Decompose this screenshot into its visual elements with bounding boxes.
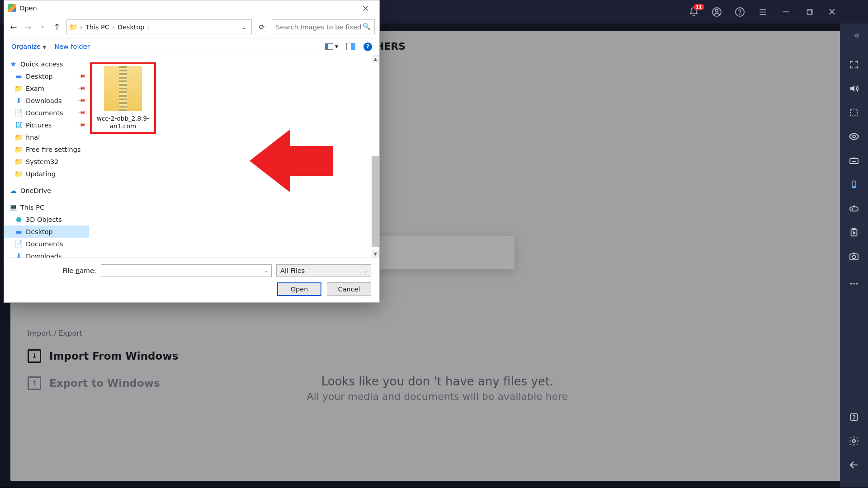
filename-field[interactable]: ⌄ bbox=[101, 264, 272, 277]
nav-downloads[interactable]: ⬇Downloads📌 bbox=[4, 94, 89, 107]
dialog-body: ★Quick access ▬Desktop📌 📁Exam📌 ⬇Download… bbox=[4, 55, 379, 258]
nav-up-icon[interactable]: ↑ bbox=[52, 22, 62, 32]
new-folder-button[interactable]: New folder bbox=[54, 43, 90, 50]
cloud-icon: ☁ bbox=[9, 187, 17, 194]
search-field[interactable]: Search Images to be fixed 🔍 bbox=[272, 19, 375, 34]
search-icon: 🔍 bbox=[363, 23, 371, 31]
close-icon[interactable]: ✕ bbox=[827, 7, 837, 17]
breadcrumb-leaf[interactable]: Desktop bbox=[118, 23, 145, 31]
svg-point-15 bbox=[853, 283, 855, 285]
svg-point-16 bbox=[856, 283, 858, 285]
nav-onedrive[interactable]: ☁OneDrive bbox=[4, 184, 89, 197]
device-icon[interactable] bbox=[849, 178, 860, 190]
camera-icon[interactable] bbox=[849, 250, 860, 262]
file-list[interactable]: ▲ ▼ wcc-2-obb_2.8.9-an1.com bbox=[89, 55, 379, 258]
pictures-icon: 🖼 bbox=[15, 121, 23, 129]
nav-downloads-pc[interactable]: ⬇Downloads bbox=[4, 250, 89, 258]
gear-icon[interactable] bbox=[849, 435, 860, 446]
svg-point-1 bbox=[715, 9, 718, 12]
dialog-help-icon[interactable]: ? bbox=[363, 42, 372, 51]
preview-pane-button[interactable] bbox=[346, 43, 355, 50]
import-from-windows[interactable]: ↓Import From Windows bbox=[28, 349, 178, 363]
chevron-right-icon: › bbox=[112, 23, 115, 31]
view-mode-button[interactable]: ▼ bbox=[325, 43, 338, 50]
dialog-close-icon[interactable]: ✕ bbox=[355, 4, 376, 13]
nav-quick-access[interactable]: ★Quick access bbox=[4, 58, 89, 70]
breadcrumb-root[interactable]: This PC bbox=[85, 23, 109, 31]
navigation-pane[interactable]: ★Quick access ▬Desktop📌 📁Exam📌 ⬇Download… bbox=[4, 55, 89, 258]
nav-desktop[interactable]: ▬Desktop📌 bbox=[4, 70, 89, 82]
empty-sub: All your media and documents will be ava… bbox=[307, 391, 568, 402]
nav-documents[interactable]: 📄Documents📌 bbox=[4, 107, 89, 119]
svg-point-13 bbox=[853, 255, 856, 258]
file-open-dialog: Open ✕ ← → ▾ ↑ 📁 › This PC › Desktop › ⌄… bbox=[4, 0, 380, 303]
nav-documents-pc[interactable]: 📄Documents bbox=[4, 238, 89, 250]
nav-system32[interactable]: 📁System32 bbox=[4, 155, 89, 168]
collapse-arrow-icon[interactable]: « bbox=[854, 29, 860, 41]
nav-3dobjects[interactable]: ⬣3D Objects bbox=[4, 213, 89, 225]
file-type-dropdown[interactable]: All Files⌄ bbox=[276, 264, 371, 277]
nav-desktop-pc[interactable]: ▬Desktop bbox=[4, 225, 89, 238]
fullscreen-icon[interactable] bbox=[849, 59, 860, 70]
gamepad-icon[interactable] bbox=[849, 202, 860, 214]
filename-label: File name: bbox=[62, 267, 96, 274]
nav-freefire[interactable]: 📁Free fire settings bbox=[4, 143, 89, 155]
restore-icon[interactable] bbox=[804, 7, 814, 17]
notification-badge: 11 bbox=[693, 4, 704, 10]
dialog-toolbar: Organize ▼ New folder ▼ ? bbox=[4, 38, 379, 55]
scroll-down-icon[interactable]: ▼ bbox=[372, 250, 379, 258]
nav-forward-icon[interactable]: → bbox=[23, 22, 33, 32]
dialog-footer: File name: ⌄ All Files⌄ Open Cancel bbox=[4, 258, 379, 302]
cube-icon: ⬣ bbox=[15, 216, 23, 223]
import-export-header: Import / Export bbox=[28, 329, 178, 338]
svg-rect-7 bbox=[850, 159, 858, 164]
pin-icon: 📌 bbox=[77, 121, 86, 129]
svg-point-6 bbox=[853, 135, 855, 138]
open-button[interactable]: Open bbox=[277, 282, 321, 296]
dialog-titlebar: Open ✕ bbox=[4, 0, 379, 16]
crop-icon[interactable] bbox=[849, 107, 860, 118]
downloads-icon: ⬇ bbox=[15, 252, 23, 258]
cancel-button[interactable]: Cancel bbox=[327, 282, 371, 296]
organize-button[interactable]: Organize ▼ bbox=[11, 43, 46, 50]
back-arrow-icon[interactable] bbox=[849, 459, 860, 470]
nav-recent-icon[interactable]: ▾ bbox=[38, 24, 47, 30]
empty-title: Looks like you don 't have any files yet… bbox=[307, 375, 568, 388]
export-to-windows[interactable]: ↑Export to Windows bbox=[28, 376, 178, 390]
chevron-down-icon[interactable]: ⌄ bbox=[264, 267, 269, 273]
clipboard-play-icon[interactable] bbox=[849, 226, 860, 238]
loading-bar bbox=[372, 236, 514, 269]
folder-icon: 📁 bbox=[15, 158, 23, 165]
folder-icon: 📁 bbox=[15, 84, 23, 92]
breadcrumb[interactable]: 📁 › This PC › Desktop › ⌄ bbox=[66, 19, 252, 34]
nav-updating[interactable]: 📁Updating bbox=[4, 168, 89, 180]
chevron-right-icon: › bbox=[147, 23, 150, 31]
nav-final[interactable]: 📁final bbox=[4, 131, 89, 143]
keyboard-icon[interactable] bbox=[849, 155, 860, 166]
address-bar-row: ← → ▾ ↑ 📁 › This PC › Desktop › ⌄ ⟳ Sear… bbox=[4, 16, 379, 38]
more-icon[interactable] bbox=[849, 278, 860, 289]
pin-icon: 📌 bbox=[77, 96, 86, 105]
minimize-icon[interactable]: ─ bbox=[781, 7, 791, 17]
nav-pictures[interactable]: 🖼Pictures📌 bbox=[4, 119, 89, 131]
hamburger-icon[interactable] bbox=[758, 7, 768, 17]
search-placeholder: Search Images to be fixed bbox=[276, 23, 361, 31]
pin-icon: 📌 bbox=[77, 108, 86, 117]
scroll-up-icon[interactable]: ▲ bbox=[372, 55, 379, 63]
refresh-icon[interactable]: ⟳ bbox=[256, 23, 267, 31]
folder-icon: 📁 bbox=[15, 133, 23, 141]
file-item[interactable]: wcc-2-obb_2.8.9-an1.com bbox=[94, 66, 152, 130]
account-icon[interactable] bbox=[712, 7, 722, 17]
volume-icon[interactable] bbox=[849, 83, 860, 94]
eye-icon[interactable] bbox=[849, 131, 860, 142]
help-icon[interactable] bbox=[735, 7, 745, 17]
nav-thispc[interactable]: 💻This PC bbox=[4, 201, 89, 213]
notification-bell-icon[interactable]: 11 bbox=[689, 7, 699, 17]
nav-back-icon[interactable]: ← bbox=[9, 22, 19, 32]
svg-point-14 bbox=[850, 283, 852, 285]
folder-icon: 📁 bbox=[15, 145, 23, 153]
help2-icon[interactable] bbox=[849, 411, 860, 422]
breadcrumb-dropdown-icon[interactable]: ⌄ bbox=[241, 23, 249, 31]
nav-exam[interactable]: 📁Exam📌 bbox=[4, 82, 89, 94]
empty-state: Looks like you don 't have any files yet… bbox=[307, 375, 568, 402]
